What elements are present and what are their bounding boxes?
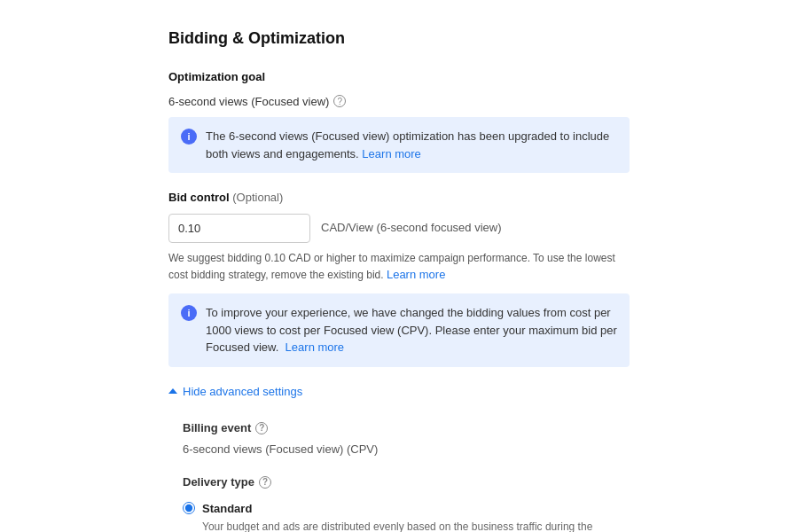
delivery-type-help-icon[interactable]: ? [259, 476, 271, 489]
bid-suggest-text: We suggest bidding 0.10 CAD or higher to… [168, 250, 630, 284]
bid-info-text: To improve your experience, we have chan… [206, 304, 617, 356]
optimization-goal-help-icon[interactable]: ? [333, 95, 346, 107]
delivery-type-wrapper: Delivery type ? Standard Your budget and… [183, 473, 630, 532]
delivery-standard-desc: Your budget and ads are distributed even… [202, 519, 630, 532]
optimization-info-icon: i [181, 129, 197, 145]
billing-event-label: Billing event ? [183, 419, 630, 437]
hide-advanced-label: Hide advanced settings [183, 383, 302, 401]
billing-event-help-icon[interactable]: ? [255, 422, 268, 434]
bid-optional-text: (Optional) [232, 191, 283, 204]
optimization-goal-value: 6-second views (Focused view) ? [168, 93, 630, 111]
bid-suggest-learn-more[interactable]: Learn more [387, 268, 445, 281]
page-title: Bidding & Optimization [168, 27, 630, 51]
bid-unit: CAD/View (6-second focused view) [321, 219, 502, 237]
billing-event-value: 6-second views (Focused view) (CPV) [183, 441, 630, 458]
hide-advanced-settings[interactable]: Hide advanced settings [168, 383, 630, 401]
bid-info-icon: i [181, 305, 197, 321]
bid-info-learn-more[interactable]: Learn more [286, 340, 344, 354]
delivery-standard-radio[interactable] [183, 502, 195, 514]
bid-control-label: Bid control (Optional) [168, 189, 630, 207]
chevron-up-icon [168, 388, 177, 394]
bid-input-row: CAD/View (6-second focused view) [168, 214, 630, 243]
optimization-learn-more[interactable]: Learn more [362, 147, 420, 160]
optimization-info-box: i The 6-second views (Focused view) opti… [168, 117, 630, 173]
delivery-type-label: Delivery type ? [183, 473, 630, 491]
optimization-goal-section: Optimization goal 6-second views (Focuse… [168, 68, 630, 173]
optimization-goal-label: Optimization goal [168, 68, 630, 86]
delivery-standard-label: Standard [202, 500, 630, 518]
bid-input[interactable] [168, 214, 310, 243]
delivery-standard-option: Standard Your budget and ads are distrib… [183, 500, 630, 533]
bid-control-section: Bid control (Optional) CAD/View (6-secon… [168, 189, 630, 367]
bid-info-box: i To improve your experience, we have ch… [168, 293, 630, 367]
billing-event-wrapper: Billing event ? 6-second views (Focused … [183, 419, 630, 458]
advanced-section: Billing event ? 6-second views (Focused … [168, 419, 630, 532]
optimization-info-text: The 6-second views (Focused view) optimi… [206, 128, 617, 162]
